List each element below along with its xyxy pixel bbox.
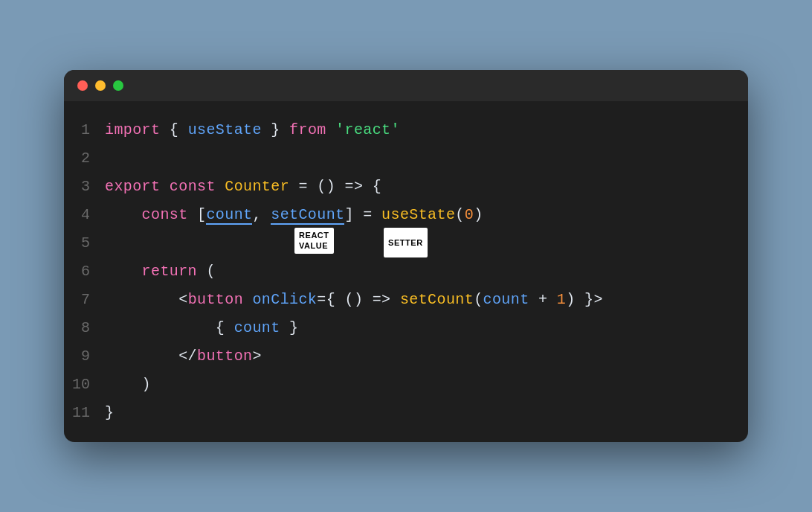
code-line-9: 9 </button> <box>64 342 748 371</box>
titlebar <box>64 70 748 101</box>
line-number-10: 10 <box>64 372 105 397</box>
code-line-6: 6 return ( <box>64 257 748 286</box>
line-code-4: const [count, setCount] = useState(0) <box>105 202 748 228</box>
code-line-10: 10 ) <box>64 371 748 399</box>
line-number-11: 11 <box>64 400 105 426</box>
line-number-5: 5 <box>64 231 105 256</box>
code-line-8: 8 { count } <box>64 314 748 342</box>
code-line-7: 7 <button onClick={ () => setCount(count… <box>64 286 748 314</box>
code-area: 1 import { useState } from 'react' 2 3 e… <box>64 101 748 442</box>
code-line-3: 3 export const Counter = () => { <box>64 173 748 201</box>
code-line-2: 2 <box>64 144 748 173</box>
line-number-7: 7 <box>64 287 105 313</box>
code-line-5: 5 <box>64 229 748 257</box>
line-number-3: 3 <box>64 174 105 199</box>
line-code-6: return ( <box>105 259 748 284</box>
line-code-2 <box>105 146 748 171</box>
line-number-4: 4 <box>64 202 105 228</box>
code-line-1: 1 import { useState } from 'react' <box>64 116 748 144</box>
line-code-1: import { useState } from 'react' <box>105 118 748 143</box>
code-line-11: 11 } <box>64 399 748 427</box>
minimize-dot[interactable] <box>95 80 106 91</box>
code-window: 1 import { useState } from 'react' 2 3 e… <box>64 70 748 442</box>
line-number-6: 6 <box>64 259 105 284</box>
code-line-4: 4 const [count, setCount] = useState(0) … <box>64 201 748 229</box>
line-code-8: { count } <box>105 316 748 341</box>
line-code-11: } <box>105 400 748 426</box>
close-dot[interactable] <box>77 80 88 91</box>
line-code-3: export const Counter = () => { <box>105 174 748 199</box>
line-number-1: 1 <box>64 118 105 143</box>
line-number-9: 9 <box>64 344 105 369</box>
line-number-2: 2 <box>64 146 105 171</box>
line-code-9: </button> <box>105 344 748 369</box>
line-code-5 <box>105 231 748 256</box>
line-code-7: <button onClick={ () => setCount(count +… <box>105 287 748 313</box>
line-number-8: 8 <box>64 316 105 341</box>
maximize-dot[interactable] <box>113 80 123 91</box>
line-code-10: ) <box>105 372 748 397</box>
